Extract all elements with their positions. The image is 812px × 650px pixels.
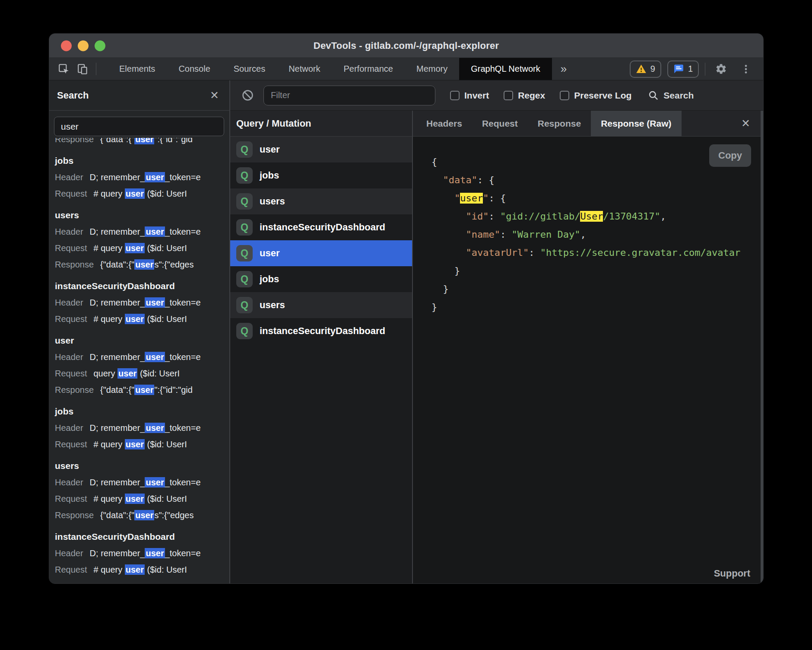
result-line-text: {"data":{": [100, 260, 134, 269]
query-label: jobs: [260, 170, 279, 181]
device-toolbar-icon[interactable]: [73, 58, 92, 80]
query-list-header: Query / Mutation: [230, 111, 412, 137]
warnings-badge[interactable]: 9: [630, 61, 661, 78]
checkbox-box[interactable]: [504, 91, 513, 100]
search-result-line[interactable]: Response{"data":{"users":{"edges: [55, 507, 229, 523]
match-highlight: user: [134, 385, 154, 395]
result-line-label: Response: [55, 385, 94, 395]
block-requests-icon[interactable]: [241, 89, 254, 102]
detail-panel-close-icon[interactable]: ✕: [741, 111, 750, 136]
search-result-line[interactable]: HeaderD; remember_user_token=e: [55, 169, 229, 185]
result-line-text: _token=e: [165, 227, 201, 236]
search-result-section: instanceSecurityDashboardHeaderD; rememb…: [55, 278, 229, 327]
query-list-item[interactable]: Qjobs: [230, 162, 412, 188]
search-result-line[interactable]: HeaderD; remember_user_token=e: [55, 349, 229, 365]
search-result-section: userHeaderD; remember_user_token=eReques…: [55, 332, 229, 398]
network-search-toggle[interactable]: Search: [648, 90, 694, 101]
checkbox-box[interactable]: [450, 91, 460, 100]
devtools-tab-graphql-network[interactable]: GraphQL Network: [459, 58, 552, 80]
checkbox-box[interactable]: [560, 91, 569, 100]
filter-checkbox-invert[interactable]: Invert: [450, 90, 489, 101]
copy-button[interactable]: Copy: [709, 144, 751, 167]
search-result-line[interactable]: Requestquery user ($id: UserI: [55, 365, 229, 382]
settings-gear-icon[interactable]: [711, 63, 730, 75]
result-line-text: ($id: UserI: [145, 565, 187, 574]
search-toggle-label: Search: [663, 90, 694, 101]
network-section: InvertRegexPreserve Log Search: [230, 80, 763, 583]
match-highlight: user: [145, 477, 165, 488]
result-line-text: {"data":{": [100, 385, 134, 395]
search-result-line[interactable]: Request# query user ($id: UserI: [55, 561, 229, 578]
search-result-line[interactable]: HeaderD; remember_user_token=e: [55, 294, 229, 311]
result-line-label: Header: [55, 227, 83, 236]
search-result-line[interactable]: Request# query user ($id: UserI: [55, 491, 229, 507]
detail-tab-response-raw[interactable]: Response (Raw): [591, 111, 681, 136]
search-result-line[interactable]: HeaderD; remember_user_token=e: [55, 474, 229, 491]
query-list-item[interactable]: Quser: [230, 240, 412, 266]
result-line-text: # query: [94, 494, 125, 503]
devtools-tab-sources[interactable]: Sources: [222, 58, 277, 80]
search-panel-title: Search: [57, 90, 89, 101]
search-result-line[interactable]: Response{"data":{"user":{"id":"gid: [55, 138, 229, 147]
detail-tab-request[interactable]: Request: [472, 111, 528, 136]
devtools-tab-elements[interactable]: Elements: [108, 58, 167, 80]
message-count: 1: [688, 64, 693, 74]
search-result-section: instanceSecurityDashboardHeaderD; rememb…: [55, 529, 229, 578]
messages-badge[interactable]: 1: [667, 61, 699, 78]
search-result-line[interactable]: Request# query user ($id: UserI: [55, 240, 229, 256]
json-token: [431, 247, 466, 258]
devtools-tab-network[interactable]: Network: [277, 58, 332, 80]
query-list-item[interactable]: Qusers: [230, 188, 412, 214]
devtools-tab-memory[interactable]: Memory: [405, 58, 459, 80]
filter-checkbox-preserve-log[interactable]: Preserve Log: [560, 90, 631, 101]
kebab-menu-icon[interactable]: [736, 64, 755, 75]
detail-tab-response[interactable]: Response: [528, 111, 591, 136]
match-highlight: user: [125, 564, 145, 575]
json-token: [431, 211, 466, 222]
result-line-text: D; remember_: [90, 548, 145, 558]
support-link[interactable]: Support: [714, 568, 750, 579]
result-line-label: Response: [55, 510, 94, 520]
result-line-text: D; remember_: [90, 423, 145, 433]
more-tabs-chevron[interactable]: »: [552, 58, 575, 80]
zoom-window-button[interactable]: [95, 40, 105, 51]
search-result-line[interactable]: Request# query user ($id: UserI: [55, 185, 229, 202]
result-line-label: Request: [55, 440, 87, 449]
close-window-button[interactable]: [61, 40, 72, 51]
result-line-text: ":{"id":"gid: [154, 138, 192, 144]
search-result-line[interactable]: HeaderD; remember_user_token=e: [55, 545, 229, 561]
search-result-line[interactable]: Request# query user ($id: UserI: [55, 311, 229, 327]
query-label: instanceSecurityDashboard: [260, 222, 385, 233]
result-line-label: Response: [55, 260, 94, 269]
result-line-text: _token=e: [165, 172, 201, 182]
json-line: "user": {: [431, 189, 761, 207]
devtools-tab-performance[interactable]: Performance: [332, 58, 405, 80]
result-line-label: Request: [55, 494, 87, 503]
search-result-section: Response{"data":{"user":{"id":"gid: [55, 138, 229, 147]
search-result-line[interactable]: HeaderD; remember_user_token=e: [55, 223, 229, 240]
search-result-line[interactable]: Response{"data":{"users":{"edges: [55, 256, 229, 273]
filter-checkbox-regex[interactable]: Regex: [504, 90, 545, 101]
detail-tab-headers[interactable]: Headers: [416, 111, 472, 136]
query-list-item[interactable]: QinstanceSecurityDashboard: [230, 318, 412, 344]
search-result-line[interactable]: Response{"data":{"user":{"id":"gid: [55, 382, 229, 398]
json-token: "gid://gitlab/: [500, 211, 580, 222]
search-result-line[interactable]: Request# query user ($id: UserI: [55, 436, 229, 452]
inspect-element-icon[interactable]: [54, 58, 73, 80]
search-result-line[interactable]: HeaderD; remember_user_token=e: [55, 420, 229, 436]
devtools-tab-console[interactable]: Console: [167, 58, 222, 80]
query-list-item[interactable]: Qjobs: [230, 266, 412, 292]
minimize-window-button[interactable]: [78, 40, 89, 51]
search-result-section: usersHeaderD; remember_user_token=eReque…: [55, 207, 229, 273]
search-panel-close-icon[interactable]: ✕: [210, 90, 219, 101]
json-token: [431, 229, 466, 240]
filter-bar: InvertRegexPreserve Log Search: [230, 80, 763, 111]
query-list-item[interactable]: Quser: [230, 137, 412, 162]
match-highlight: user: [145, 548, 165, 558]
query-list-item[interactable]: Qusers: [230, 292, 412, 318]
query-list-item[interactable]: QinstanceSecurityDashboard: [230, 214, 412, 240]
json-token: :: [488, 211, 500, 222]
devtools-window: DevTools - gitlab.com/-/graphql-explorer…: [49, 33, 764, 584]
filter-input[interactable]: [263, 86, 435, 105]
search-input[interactable]: [54, 117, 224, 136]
